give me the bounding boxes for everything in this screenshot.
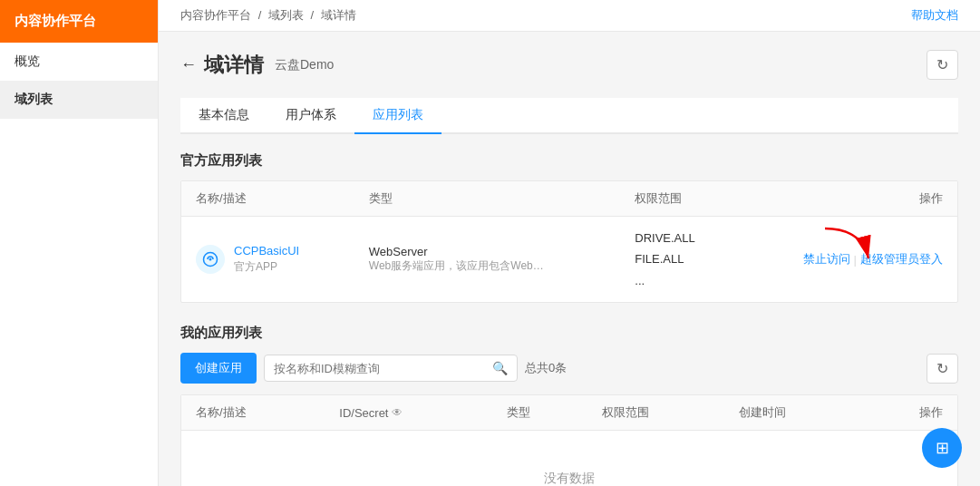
my-col-created-time: 创建时间	[724, 395, 862, 431]
sidebar-item-domain-list[interactable]: 域列表	[0, 81, 158, 119]
content-area: ← 域详情 云盘Demo ↻ 基本信息 用户体系 应用列表	[159, 32, 980, 486]
official-apps-title: 官方应用列表	[180, 152, 958, 170]
tab-bar: 基本信息 用户体系 应用列表	[180, 98, 958, 132]
search-box: 🔍	[264, 355, 518, 382]
app-name: CCPBasicUI	[234, 244, 299, 258]
my-apps-section: 我的应用列表 创建应用 🔍 总共0条 ↻	[180, 325, 958, 486]
perm-2: FILE.ALL	[635, 248, 723, 269]
tab-user-system[interactable]: 用户体系	[267, 98, 354, 134]
svg-point-1	[209, 258, 212, 261]
search-icon: 🔍	[492, 361, 508, 375]
my-col-id-secret: ID/Secret 👁	[325, 395, 492, 431]
help-link[interactable]: 帮助文档	[911, 7, 958, 24]
eye-icon: 👁	[392, 406, 403, 419]
bottom-widget-button[interactable]: ⊞	[922, 428, 962, 468]
main-content: 内容协作平台 / 域列表 / 域详情 帮助文档 ← 域详情 云盘Demo ↻	[159, 0, 980, 486]
create-app-button[interactable]: 创建应用	[180, 353, 257, 384]
app-type-name: WebServer	[369, 245, 606, 258]
tab-app-list[interactable]: 应用列表	[354, 98, 441, 134]
sidebar-item-overview[interactable]: 概览	[0, 43, 158, 81]
my-col-permissions: 权限范围	[587, 395, 725, 431]
my-apps-toolbar: 创建应用 🔍 总共0条 ↻	[180, 353, 958, 384]
app-name-cell: CCPBasicUI 官方APP	[181, 217, 354, 303]
empty-data-cell: 没有数据	[181, 431, 957, 486]
app-type-desc: Web服务端应用，该应用包含Web…	[369, 258, 606, 274]
search-input[interactable]	[274, 362, 492, 375]
breadcrumb: 内容协作平台 / 域列表 / 域详情	[180, 7, 356, 24]
app-actions-cell: 禁止访问 | 超级管理员登入	[737, 217, 957, 303]
tab-basic-info[interactable]: 基本信息	[180, 98, 267, 134]
col-actions: 操作	[737, 181, 957, 217]
page-subtitle: 云盘Demo	[275, 57, 334, 73]
app-permissions-cell: DRIVE.ALL FILE.ALL ...	[620, 217, 737, 303]
app-desc: 官方APP	[234, 259, 299, 275]
col-type: 类型	[354, 181, 620, 217]
page-title: 域详情	[204, 52, 264, 79]
perm-3: ...	[635, 270, 723, 291]
my-col-actions: 操作	[862, 395, 957, 431]
sidebar-title: 内容协作平台	[0, 0, 158, 43]
app-type-cell: WebServer Web服务端应用，该应用包含Web…	[354, 217, 620, 303]
app-icon	[196, 245, 225, 274]
my-col-name: 名称/描述	[181, 395, 325, 431]
official-apps-table-container: 名称/描述 类型 权限范围 操作	[180, 180, 958, 303]
empty-data-text: 没有数据	[196, 442, 943, 486]
official-apps-section: 官方应用列表 名称/描述 类型 权限范围 操作	[180, 152, 958, 303]
official-apps-table: 名称/描述 类型 权限范围 操作	[181, 181, 957, 302]
col-name-desc: 名称/描述	[181, 181, 354, 217]
back-button[interactable]: ←	[180, 55, 197, 74]
total-count: 总共0条	[525, 360, 567, 376]
topbar: 内容协作平台 / 域列表 / 域详情 帮助文档	[159, 0, 980, 32]
table-row: CCPBasicUI 官方APP WebServer Web服务端应用，该应用包…	[181, 217, 957, 303]
page-refresh-button[interactable]: ↻	[927, 50, 958, 80]
my-apps-title: 我的应用列表	[180, 325, 958, 342]
perm-1: DRIVE.ALL	[635, 228, 723, 248]
my-apps-refresh-button[interactable]: ↻	[927, 354, 958, 384]
my-col-type: 类型	[492, 395, 587, 431]
my-apps-table: 名称/描述 ID/Secret 👁 类型 权限范围 创建时间	[181, 395, 957, 486]
grid-icon: ⊞	[936, 438, 949, 458]
sidebar: 内容协作平台 概览 域列表	[0, 0, 159, 486]
col-permissions: 权限范围	[620, 181, 737, 217]
red-arrow-indicator	[816, 224, 879, 265]
page-header: ← 域详情 云盘Demo ↻	[180, 50, 958, 80]
my-apps-table-container: 名称/描述 ID/Secret 👁 类型 权限范围 创建时间	[180, 394, 958, 486]
empty-row: 没有数据	[181, 431, 957, 486]
